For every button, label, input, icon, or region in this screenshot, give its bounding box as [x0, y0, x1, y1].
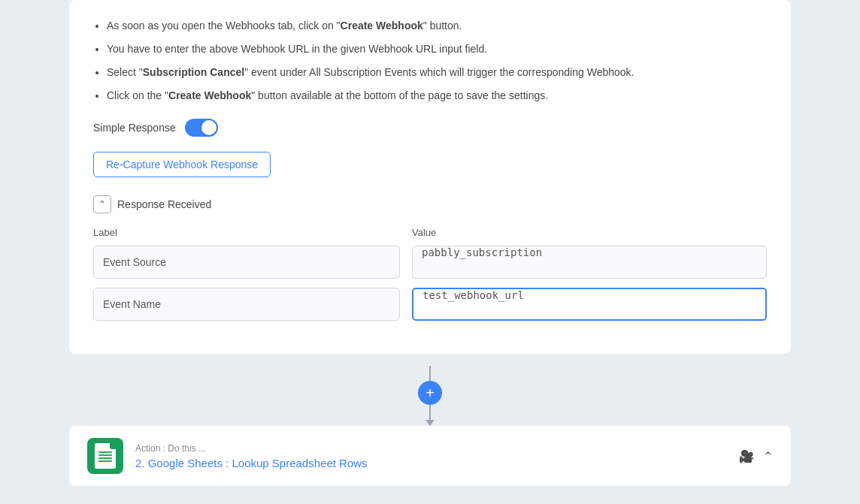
simple-response-row: Simple Response	[93, 119, 767, 137]
label-column-header: Label	[93, 227, 400, 238]
connector-arrow	[425, 420, 435, 426]
event-source-value-input[interactable]: pabbly_subscription	[412, 246, 767, 279]
google-sheets-icon	[87, 438, 123, 474]
add-step-button[interactable]: +	[418, 381, 442, 405]
field-row-2: test_webhook_url	[93, 288, 767, 321]
response-received-label: Response Received	[117, 198, 211, 210]
gs-line-1	[98, 451, 112, 453]
google-sheets-card: Action : Do this ... 2. Google Sheets : …	[69, 426, 791, 486]
event-name-label-input[interactable]	[93, 288, 400, 321]
action-controls: 🎥 ⌃	[739, 449, 773, 463]
action-prefix-label: Action : Do this ...	[135, 443, 727, 454]
collapse-button[interactable]: ⌃	[93, 195, 111, 213]
bold-text-4: Create Webhook	[168, 89, 251, 101]
google-sheets-icon-lines	[98, 451, 112, 463]
gs-line-3	[98, 457, 112, 459]
google-sheets-icon-inner	[95, 443, 116, 469]
chevron-up-icon: ⌃	[98, 199, 106, 210]
instruction-item-1: As soon as you open the Webhooks tab, cl…	[107, 18, 767, 34]
google-sheets-text-block: Action : Do this ... 2. Google Sheets : …	[135, 443, 727, 469]
action-main-label: 2. Google Sheets : Lookup Spreadsheet Ro…	[135, 457, 727, 469]
instruction-text-2: You have to enter the above Webhook URL …	[107, 43, 487, 55]
instructions-list: As soon as you open the Webhooks tab, cl…	[93, 18, 767, 104]
simple-response-toggle[interactable]	[185, 119, 218, 137]
action-number: 2.	[135, 457, 145, 469]
column-headers: Label Value	[93, 227, 767, 238]
expand-icon[interactable]: ⌃	[763, 449, 773, 463]
webhook-setup-card: As soon as you open the Webhooks tab, cl…	[69, 0, 791, 354]
gs-line-4	[98, 460, 112, 462]
recapture-webhook-button[interactable]: Re-Capture Webhook Response	[93, 152, 271, 177]
bold-text-1: Create Webhook	[341, 20, 423, 32]
gs-line-2	[98, 454, 112, 456]
page-container: As soon as you open the Webhooks tab, cl…	[0, 0, 860, 504]
instruction-item-2: You have to enter the above Webhook URL …	[107, 41, 767, 57]
instruction-item-4: Click on the "Create Webhook" button ava…	[107, 88, 767, 104]
event-source-label-input[interactable]	[93, 246, 400, 279]
value-column-header: Value	[412, 227, 767, 238]
action-app-name: Google Sheets	[148, 457, 223, 469]
connector: +	[418, 354, 442, 426]
plus-icon: +	[425, 385, 435, 400]
field-row-1: pabbly_subscription	[93, 246, 767, 279]
event-name-value-input[interactable]: test_webhook_url	[412, 288, 767, 321]
connector-line-bottom	[429, 405, 431, 420]
action-description: Lookup Spreadsheet Rows	[232, 457, 367, 469]
connector-line-top	[429, 366, 431, 381]
simple-response-label: Simple Response	[93, 122, 176, 134]
bold-text-3: Subscription Cancel	[143, 66, 244, 78]
instruction-item-3: Select "Subscription Cancel" event under…	[107, 65, 767, 80]
response-received-row: ⌃ Response Received	[93, 195, 767, 213]
video-icon[interactable]: 🎥	[739, 449, 754, 463]
